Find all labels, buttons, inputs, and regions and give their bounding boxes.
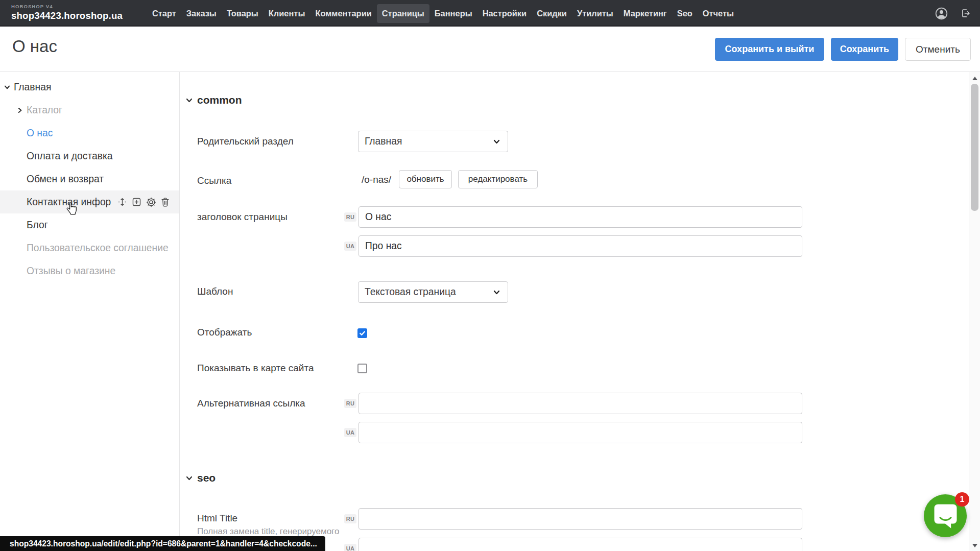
section-title: common [197,94,242,106]
lang-badge-ru: RU [344,399,356,408]
vertical-scrollbar[interactable] [969,72,980,551]
tree-item-glavnaya[interactable]: Главная [0,76,179,99]
link-label: Ссылка [197,175,355,187]
lang-badge-ua: UA [344,242,356,251]
tree-item-blog[interactable]: Блог [0,213,179,236]
tree-item-label: Оплата и доставка [27,151,113,162]
intercom-chat-icon [934,504,958,529]
page-title: О нас [12,37,57,56]
display-checkbox[interactable] [357,328,367,338]
tree-item-label: Контактная инфор [27,197,111,208]
chevron-down-icon [186,475,193,482]
template-value: Текстовая страница [365,286,493,298]
tree-item-otzyvy[interactable]: Отзывы о магазине [0,259,179,282]
link-update-button[interactable]: обновить [399,170,452,188]
chevron-right-icon[interactable] [17,107,23,113]
alt-link-label: Альтернативная ссылка [197,397,355,410]
template-label: Шаблон [197,285,355,298]
scrollbar-thumb[interactable] [971,84,978,211]
main-menu: Старт Заказы Товары Клиенты Комментарии … [147,0,739,27]
add-icon[interactable] [132,197,141,207]
tree-item-label: Обмен и возврат [27,174,104,185]
page-title-field-label: заголовок страницы [197,211,355,223]
pages-tree-sidebar: Главная Каталог О нас Оплата и доставка … [0,72,180,551]
cancel-button[interactable]: Отменить [905,38,971,61]
alt-link-ua-input[interactable] [358,422,802,443]
tree-item-actions [117,197,170,207]
chevron-down-icon [493,289,500,296]
parent-section-select[interactable]: Главная [358,131,508,152]
page-title-ru-input[interactable] [358,206,802,228]
tree-item-label: Отзывы о магазине [27,266,115,277]
move-icon[interactable] [117,197,127,207]
status-url-tooltip: shop34423.horoshop.ua/edit/edit.php?id=6… [0,536,325,551]
logo[interactable]: HOROSHOP V4 shop34423.horoshop.ua [11,4,123,22]
page-header: О нас Сохранить и выйти Сохранить Отмени… [0,27,980,72]
link-edit-button[interactable]: редактировать [458,170,538,188]
lang-badge-ua: UA [344,428,356,437]
lang-badge-ua: UA [344,544,356,551]
chat-launcher-button[interactable]: 1 [924,494,967,537]
sitemap-checkbox[interactable] [357,364,367,373]
save-and-exit-button[interactable]: Сохранить и выйти [715,38,824,61]
scroll-down-arrow-icon[interactable] [972,544,977,547]
parent-section-label: Родительский раздел [197,135,355,148]
display-label: Отображать [197,326,355,339]
html-title-ua-input[interactable] [358,538,802,551]
status-url-text: shop34423.horoshop.ua/edit/edit.php?id=6… [10,539,317,548]
tree-item-label: Каталог [27,105,62,116]
nav-item-utilities[interactable]: Утилиты [572,4,618,23]
lang-badge-ru: RU [344,514,356,523]
nav-item-start[interactable]: Старт [147,4,181,23]
tree-item-label: Блог [27,220,48,231]
html-title-hint: Полная замена title, генерируемого [197,526,361,537]
page-edit-form: common Родительский раздел Главная Ссылк… [180,72,969,551]
chevron-down-icon[interactable] [4,84,10,90]
tree-item-polzovatelskoe[interactable]: Пользовательское соглашение [0,236,179,259]
template-select[interactable]: Текстовая страница [358,281,508,303]
tree-item-kontaktnaya[interactable]: Контактная инфор [0,190,179,213]
tree-item-obmen[interactable]: Обмен и возврат [0,167,179,190]
scroll-up-arrow-icon[interactable] [972,77,977,80]
settings-icon[interactable] [146,197,156,207]
chat-unread-badge: 1 [955,492,969,507]
section-header-common[interactable]: common [186,94,242,106]
logout-icon[interactable] [960,8,971,19]
link-path-value: /o-nas/ [362,174,391,185]
nav-item-clients[interactable]: Клиенты [264,4,310,23]
nav-item-pages[interactable]: Страницы [377,4,429,23]
page-title-ua-input[interactable] [358,235,802,257]
chevron-down-icon [493,138,500,146]
logo-version: HOROSHOP V4 [11,4,123,10]
save-button[interactable]: Сохранить [831,38,898,61]
nav-item-comments[interactable]: Комментарии [310,4,376,23]
nav-item-marketing[interactable]: Маркетинг [618,4,672,23]
parent-section-value: Главная [365,136,493,147]
top-navbar: HOROSHOP V4 shop34423.horoshop.ua Старт … [0,0,980,27]
nav-item-reports[interactable]: Отчеты [698,4,739,23]
tree-item-katalog[interactable]: Каталог [0,99,179,122]
chevron-down-icon [186,97,193,104]
nav-item-banners[interactable]: Баннеры [429,4,477,23]
html-title-ru-input[interactable] [358,508,802,530]
nav-item-orders[interactable]: Заказы [181,4,222,23]
lang-badge-ru: RU [344,212,356,222]
tree-item-o-nas[interactable]: О нас [0,122,179,145]
section-title: seo [197,472,216,484]
nav-item-discounts[interactable]: Скидки [532,4,572,23]
horoshop-admin-app: HOROSHOP V4 shop34423.horoshop.ua Старт … [0,0,980,551]
navbar-right [935,0,971,27]
section-header-seo[interactable]: seo [186,472,216,484]
tree-item-label: Главная [14,82,51,93]
nav-item-products[interactable]: Товары [222,4,264,23]
delete-icon[interactable] [161,197,170,207]
tree-item-oplata[interactable]: Оплата и доставка [0,145,179,167]
sitemap-label: Показывать в карте сайта [197,362,355,374]
alt-link-ru-input[interactable] [358,393,802,414]
logo-domain: shop34423.horoshop.ua [11,10,123,22]
tree-item-label: Пользовательское соглашение [27,243,169,254]
tree-item-label: О нас [27,128,53,139]
nav-item-seo[interactable]: Seo [672,4,698,23]
user-circle-icon[interactable] [935,7,948,20]
nav-item-settings[interactable]: Настройки [477,4,532,23]
